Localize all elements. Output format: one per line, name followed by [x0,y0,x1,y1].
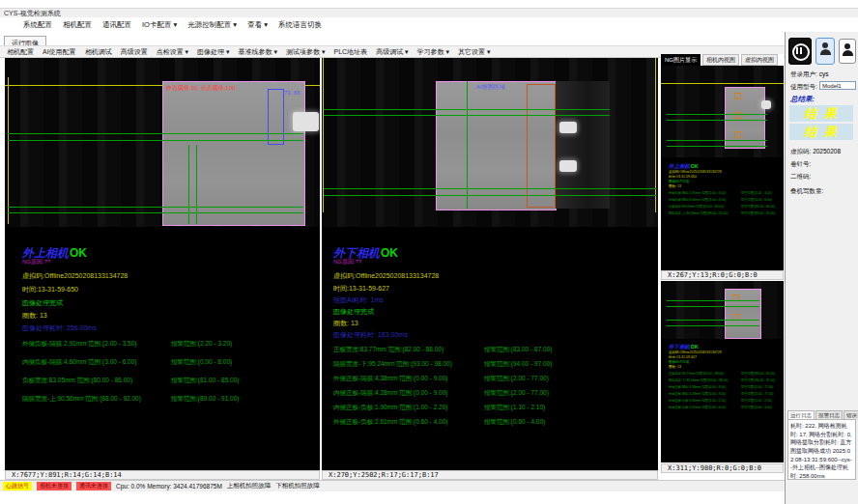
login-user-row: 登录用户: cys [790,70,828,79]
menu-language-switch[interactable]: 系统语言切换 [278,20,322,30]
middle-turns: 圈数: 13 [333,319,358,328]
bottom-status-bar: 心跳信号 相机未连接 通讯未连接 Cpu: 0.0% Memory: 3424.… [0,480,785,491]
measurement-row: 外侧负极-隔膜:2.91mm 范围:(2.00 - 3.50) [22,340,136,349]
mini-lower-view[interactable]: 外下相机OK 虚拟码:Offline20250208133134728 时间:1… [661,281,784,462]
menu-comm-config[interactable]: 通讯配置 [102,20,131,30]
mini-lower-coords-bar: X:311;Y:980;R:0;G:0;B:0 [661,463,784,473]
alarm-range: 报警范围:(0.60 - 4.00) [484,418,545,427]
model-input[interactable]: Model1 [819,81,856,90]
user-switch-button[interactable] [839,39,856,64]
mini-connector-blob [761,100,771,109]
vcode-value: 20250208 [813,148,841,154]
alarm-range: 报警范围:(83.00 - 87.00) [484,346,552,354]
mini-alarm: 报警范围:(2.20 - 3.20) [741,191,772,196]
mini-green-line [667,140,767,141]
mini-green-line [667,114,767,115]
alarm-range: 报警范围:(1.10 - 2.10) [484,404,545,412]
tab-row: 运行图像 [0,32,858,45]
mini-lower-background [661,281,784,339]
menu-io-config[interactable]: IO卡配置 ▾ [142,20,177,30]
left-green-vline [188,145,189,224]
user-icon [822,42,828,48]
left-threshold-overlay: 静态阈值:93, 动态阈值:100 [166,84,235,93]
mini-camera-name: 外下相机 [669,344,690,350]
left-turns: 圈数: 13 [22,311,47,321]
tool-plc-address[interactable]: PLC地址表 [334,47,368,57]
left-green-vline [196,145,197,224]
left-green-line [8,212,303,213]
lower-camera-warning: 下相机拍照故障 [275,482,320,490]
mini-row: 内侧正极-负极:1.90mm 范围:(1.00 - 2.20) [669,399,726,404]
mini-row: 负极宽度:83.05mm 范围:(80.00 - 86.00) [669,205,724,210]
qrcode-label: 二维码: [790,173,811,182]
left-green-line [8,207,303,208]
comm-status-badge: 通讯未连接 [76,482,111,490]
measurement-row: 正极宽度:83.77mm 范围:(82.00 - 88.00) [333,346,443,354]
tool-learning-params[interactable]: 学习参数 ▾ [417,47,449,57]
tool-advanced-debug[interactable]: 高级调试 ▾ [376,47,408,57]
alarm-range: 报警范围:(2.00 - 77.00) [484,375,549,383]
measurement-row: 隔膜宽度-下:95.24mm 范围:(93.00 - 98.00) [333,360,452,369]
tool-ai-usage[interactable]: AI使用配置 [43,47,76,57]
tool-image-processing[interactable]: 图像处理 ▾ [197,47,229,57]
mini-roi-marker [734,131,741,138]
mini-alarm: 报警范围:(1.10 - 2.10) [741,399,772,404]
alarm-range: 报警范围:(0.00 - 8.00) [171,358,232,367]
tool-camera-config[interactable]: 相机配置 [7,47,34,57]
pause-button[interactable] [788,38,812,65]
login-user-label: 登录用户: [790,70,817,77]
middle-ng-reason: NG原因:?? [333,258,361,266]
middle-ai-time: 抠图AI耗时: 1ms [333,295,384,305]
log-textbox[interactable]: 耗时: 222, 网络检测耗时: 17, 网络分割耗时: 0, 网络提取分割耗时… [787,419,856,480]
tool-test-params[interactable]: 测试项参数 ▾ [286,47,325,57]
tool-camera-debug[interactable]: 相机调试 [85,47,112,57]
tool-advanced-settings[interactable]: 高级设置 [121,47,148,57]
middle-tab-blob [559,160,577,172]
mini-result-ok: OK [691,344,699,350]
middle-coords-bar: X:270;Y:2502;R:17;G:17;B:17 [322,470,658,480]
mini-green-line [667,325,759,326]
tab-virtual-internal-view[interactable]: 虚拟内视图 [741,54,778,66]
middle-time: 时间:13-31-59-627 [333,284,389,294]
pause-bar [796,47,798,54]
measurement-row: 内侧正极-负极:1.90mm 范围:(1.00 - 2.20) [333,404,447,412]
middle-dark-region [556,81,610,209]
side-panel: → 登录用户: cys 使用型号: Model1 总结果: 结 果 结 果 虚拟… [785,32,858,504]
cpu-memory-text: Cpu: 0.0% Memory: 3424.41796875M [116,483,222,490]
alarm-range: 报警范围:(2.20 - 3.20) [171,340,232,349]
tool-baseline-params[interactable]: 基准线参数 ▾ [239,47,277,57]
middle-yellow-vline [655,58,656,212]
write-count-label: 叠机写数量: [790,187,823,196]
mini-camera-name: 外上相机 [669,163,690,169]
mini-row: 正极宽度:83.77mm 范围:(82.00 - 88.00) [669,372,724,377]
login-user-value: cys [819,70,829,77]
menu-view[interactable]: 查看 ▾ [247,20,268,30]
middle-barcode: 虚拟码:Offline20250208133134728 [333,271,439,281]
middle-tab-blob [559,122,577,133]
measurement-row: 负极宽度:83.05mm 范围:(80.00 - 86.00) [22,377,132,385]
left-process-done: 图像处理完成 [22,298,63,308]
tab-camera-internal-view[interactable]: 相机内视图 [702,54,739,66]
middle-camera-view[interactable]: AI抠图区域 外下相机OK NG原因:?? 虚拟码:Offline2025020… [322,58,658,470]
control-button-row: → [788,38,858,65]
user-dark-icon [844,43,850,49]
vcode-label: 虚拟码: [790,148,811,154]
mini-row: 外侧负极-隔膜:2.91mm 范围:(2.00 - 3.50) [669,191,726,196]
alarm-range: 报警范围:(89.00 - 91.00) [171,395,239,404]
mini-row: 外侧正极-负极:2.61mm 范围:(0.60 - 4.00) [669,406,726,410]
measurement-row: 外侧正极-隔膜:4.38mm 范围:(0.00 - 9.00) [333,375,447,383]
tool-other-settings[interactable]: 其它设置 ▾ [458,47,490,57]
window-title: CYS-视觉检测系统 [0,8,858,17]
mini-green-line [667,320,759,321]
tool-spot-check[interactable]: 点检设置 ▾ [157,47,188,57]
middle-green-line [324,188,656,189]
mini-upper-view[interactable]: 外上相机OK 虚拟码:Offline20250208133134728 时间:1… [661,66,784,270]
mini-green-line [667,146,767,147]
menu-light-config[interactable]: 光源控制配置 ▾ [187,20,237,30]
left-green-line [8,133,303,134]
user-login-button[interactable] [815,38,835,65]
menu-camera-config[interactable]: 相机配置 [63,20,92,30]
menu-system-config[interactable]: 系统配置 [23,20,52,30]
left-camera-view[interactable]: 静态阈值:93, 动态阈值:100 73, 66 外上相机OK NG原因:?? … [5,58,320,470]
left-yellow-vline [8,77,9,224]
